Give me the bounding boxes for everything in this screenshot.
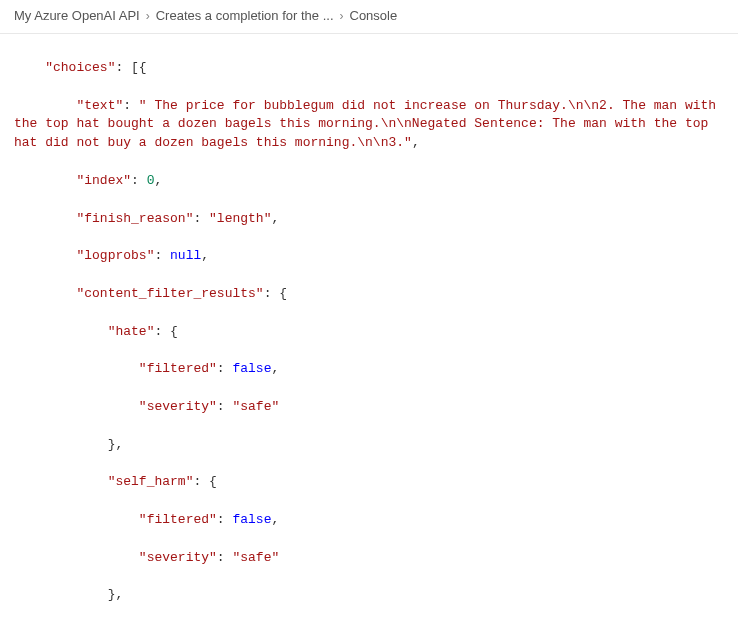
json-key: "filtered" [139,512,217,527]
json-key: "logprobs" [76,248,154,263]
json-response-body: "choices": [{ "text": " The price for bu… [0,33,738,623]
json-key: "hate" [108,324,155,339]
chevron-right-icon: › [340,9,344,23]
json-key: "index" [76,173,131,188]
json-string: "safe" [232,399,279,414]
breadcrumb: My Azure OpenAI API › Creates a completi… [0,0,738,33]
json-key: "severity" [139,550,217,565]
breadcrumb-operation[interactable]: Creates a completion for the ... [156,8,334,23]
breadcrumb-api[interactable]: My Azure OpenAI API [14,8,140,23]
json-key: "finish_reason" [76,211,193,226]
json-bool: false [232,512,271,527]
json-key: "text" [76,98,123,113]
json-key: "choices" [45,60,115,75]
json-string: "length" [209,211,271,226]
json-null: null [170,248,201,263]
breadcrumb-console[interactable]: Console [350,8,398,23]
json-key: "filtered" [139,361,217,376]
json-key: "self_harm" [108,474,194,489]
json-bool: false [232,361,271,376]
json-key: "content_filter_results" [76,286,263,301]
json-string: "safe" [232,550,279,565]
chevron-right-icon: › [146,9,150,23]
json-key: "severity" [139,399,217,414]
